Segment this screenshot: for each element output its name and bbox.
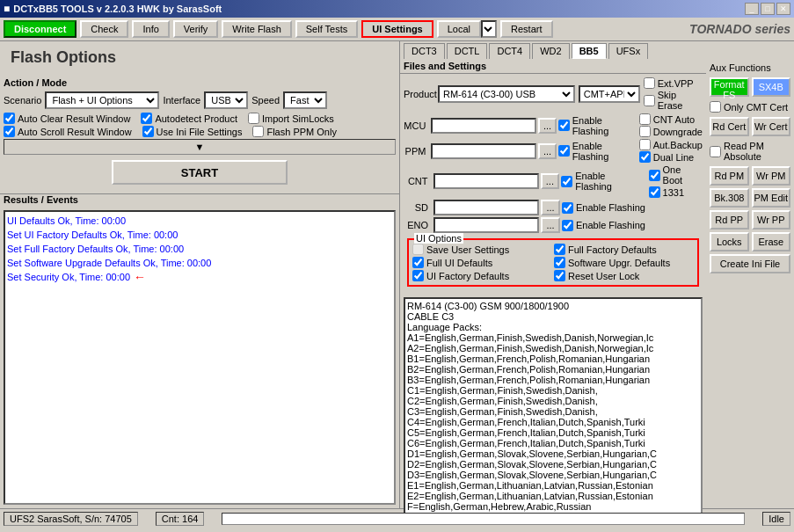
interface-select[interactable]: USB bbox=[204, 91, 248, 109]
disconnect-button[interactable]: Disconnect bbox=[4, 20, 76, 38]
check-button[interactable]: Check bbox=[80, 20, 128, 38]
skip-erase-cb[interactable]: Skip Erase bbox=[644, 90, 703, 111]
pm-edit-button[interactable]: PM Edit bbox=[752, 188, 791, 208]
product-select[interactable]: RM-614 (C3-00) USB bbox=[438, 85, 575, 103]
product-label: Product bbox=[404, 89, 434, 99]
left-panel: Flash Options Action / Mode Scenario Fla… bbox=[0, 41, 400, 508]
read-pm-absolute-cb[interactable]: Read PM Absolute bbox=[710, 141, 790, 162]
info-button[interactable]: Info bbox=[132, 20, 169, 38]
restart-button[interactable]: Restart bbox=[500, 20, 552, 38]
autodetect-checkbox[interactable] bbox=[141, 113, 152, 124]
tab-dct4[interactable]: DCT4 bbox=[489, 43, 530, 59]
software-upgr-defaults-cb[interactable]: Software Upgr. Defaults bbox=[554, 257, 694, 268]
result-line-4: Set Software Upgrade Defaults Ok, Time: … bbox=[7, 256, 392, 270]
downgrade-cb[interactable]: Downgrade bbox=[639, 126, 703, 137]
phone-info-line-18: E1=English,German,Lithuanian,Latvian,Rus… bbox=[407, 480, 699, 491]
cnt-browse-button[interactable]: ... bbox=[541, 173, 560, 189]
wr-cert-button[interactable]: Wr Cert bbox=[752, 117, 791, 136]
write-flash-button[interactable]: Write Flash bbox=[222, 20, 291, 38]
phone-info-line-20: F=English,German,Hebrew,Arabic,Russian bbox=[407, 501, 699, 512]
tab-bb5[interactable]: BB5 bbox=[572, 43, 607, 59]
phone-info-line-17: D3=English,German,Slovak,Slovene,Serbian… bbox=[407, 470, 699, 480]
mcu-browse-button[interactable]: ... bbox=[538, 118, 556, 134]
auto-scroll-cb-label[interactable]: Auto Scroll Result Window bbox=[4, 126, 132, 137]
phone-info-line-7: B2=English,German,French,Polish,Romanian… bbox=[407, 364, 699, 375]
flash-ppm-checkbox[interactable] bbox=[252, 126, 264, 137]
ui-settings-button[interactable]: UI Settings bbox=[361, 20, 433, 38]
wr-pm-button[interactable]: Wr PM bbox=[752, 166, 791, 186]
cmt-select[interactable]: CMT+APE bbox=[579, 85, 640, 103]
1331-cb[interactable]: 1331 bbox=[649, 186, 703, 198]
scenario-label: Scenario bbox=[4, 95, 41, 106]
use-ini-cb-label[interactable]: Use Ini File Settings bbox=[142, 126, 243, 137]
ppm-enable-flash[interactable]: Enable Flashing bbox=[558, 141, 634, 162]
import-simlocks-cb-label[interactable]: Import SimLocks bbox=[248, 113, 334, 124]
phone-info-area: RM-614 (C3-00) GSM 900/1800/1900 CABLE C… bbox=[404, 297, 703, 515]
phone-info-line-12: C4=English,German,French,Italian,Dutch,S… bbox=[407, 417, 699, 427]
title-bar: ■ DCTxBB5 TOOLS v 2.2.0.3 HWK by SarasSo… bbox=[0, 0, 794, 18]
eno-browse-button[interactable]: ... bbox=[541, 217, 560, 233]
local-button[interactable]: Local bbox=[437, 20, 481, 38]
locks-button[interactable]: Locks bbox=[710, 232, 749, 251]
tab-wd2[interactable]: WD2 bbox=[532, 43, 569, 59]
ui-factory-defaults-cb[interactable]: UI Factory Defaults bbox=[412, 270, 552, 281]
sx4b-button[interactable]: SX4B bbox=[752, 77, 791, 97]
speed-select[interactable]: Fast bbox=[283, 91, 327, 109]
result-line-3: Set Full Factory Defaults Ok, Time: 00:0… bbox=[7, 242, 392, 256]
mcu-input[interactable] bbox=[431, 118, 536, 134]
aut-backup-cb[interactable]: Aut.Backup bbox=[639, 139, 703, 150]
bk308-button[interactable]: Bk.308 bbox=[710, 188, 749, 208]
rd-pm-button[interactable]: Rd PM bbox=[710, 166, 749, 186]
mcu-enable-flash[interactable]: Enable Flashing bbox=[558, 115, 634, 136]
more-options-button[interactable]: ▼ bbox=[4, 139, 396, 155]
one-boot-cb[interactable]: One Boot bbox=[649, 164, 703, 186]
auto-clear-cb-label[interactable]: Auto Clear Result Window bbox=[4, 113, 130, 124]
cnt-enable-flash[interactable]: Enable Flashing bbox=[561, 171, 643, 192]
cnt-input[interactable] bbox=[433, 173, 539, 189]
dual-line-cb[interactable]: Dual Line bbox=[639, 151, 703, 163]
scenario-select[interactable]: Flash + UI Options bbox=[45, 91, 159, 109]
results-area: UI Defaults Ok, Time: 00:00 Set UI Facto… bbox=[4, 210, 396, 505]
rd-pp-button[interactable]: Rd PP bbox=[710, 210, 749, 230]
results-label: Results / Events bbox=[0, 194, 399, 207]
file-inputs-area: MCU ... Enable Flashing CNT Auto bbox=[404, 113, 703, 235]
action-mode-label: Action / Mode bbox=[4, 77, 396, 88]
tab-ufsx[interactable]: UFSx bbox=[608, 43, 649, 59]
full-ui-defaults-cb[interactable]: Full UI Defaults bbox=[412, 257, 552, 268]
import-simlocks-checkbox[interactable] bbox=[248, 113, 259, 124]
reset-user-lock-cb[interactable]: Reset User Lock bbox=[554, 270, 694, 281]
ppm-browse-button[interactable]: ... bbox=[538, 143, 556, 159]
auto-clear-checkbox[interactable] bbox=[4, 113, 15, 124]
rd-cert-button[interactable]: Rd Cert bbox=[710, 117, 749, 136]
full-factory-defaults-cb[interactable]: Full Factory Defaults bbox=[554, 244, 694, 255]
eno-enable-flash[interactable]: Enable Flashing bbox=[562, 220, 645, 231]
auto-scroll-checkbox[interactable] bbox=[4, 126, 15, 137]
sd-enable-flash[interactable]: Enable Flashing bbox=[562, 202, 645, 214]
phone-info-line-14: C6=English,German,French,Italian,Dutch,S… bbox=[407, 438, 699, 448]
tab-dct3[interactable]: DCT3 bbox=[404, 43, 445, 59]
cnt-auto-cb[interactable]: CNT Auto bbox=[639, 113, 703, 125]
format-fs-button[interactable]: Format FS bbox=[710, 77, 749, 97]
tab-dctl[interactable]: DCTL bbox=[447, 43, 488, 59]
minimize-button[interactable]: _ bbox=[745, 3, 759, 15]
self-tests-button[interactable]: Self Tests bbox=[295, 20, 359, 38]
use-ini-checkbox[interactable] bbox=[142, 126, 154, 137]
autodetect-cb-label[interactable]: Autodetect Product bbox=[141, 113, 237, 124]
ext-vpp-cb[interactable]: Ext.VPP bbox=[644, 77, 703, 89]
wr-pp-button[interactable]: Wr PP bbox=[752, 210, 791, 230]
flash-ppm-cb-label[interactable]: Flash PPM Only bbox=[252, 126, 336, 137]
erase-button[interactable]: Erase bbox=[752, 232, 791, 251]
start-button[interactable]: START bbox=[112, 160, 288, 185]
only-cmt-cert-cb[interactable]: Only CMT Cert bbox=[710, 101, 790, 113]
local-dropdown[interactable] bbox=[481, 20, 497, 38]
save-user-settings-cb[interactable]: Save User Settings bbox=[412, 244, 552, 255]
sd-browse-button[interactable]: ... bbox=[541, 200, 560, 215]
close-button[interactable]: ✕ bbox=[776, 3, 790, 15]
eno-input[interactable] bbox=[433, 217, 539, 233]
create-ini-button[interactable]: Create Ini File bbox=[710, 254, 790, 273]
maximize-button[interactable]: □ bbox=[761, 3, 775, 15]
tabs-row: DCT3 DCTL DCT4 WD2 BB5 UFSx bbox=[400, 41, 794, 59]
ppm-input[interactable] bbox=[431, 143, 536, 159]
verify-button[interactable]: Verify bbox=[173, 20, 219, 38]
sd-input[interactable] bbox=[433, 200, 539, 215]
